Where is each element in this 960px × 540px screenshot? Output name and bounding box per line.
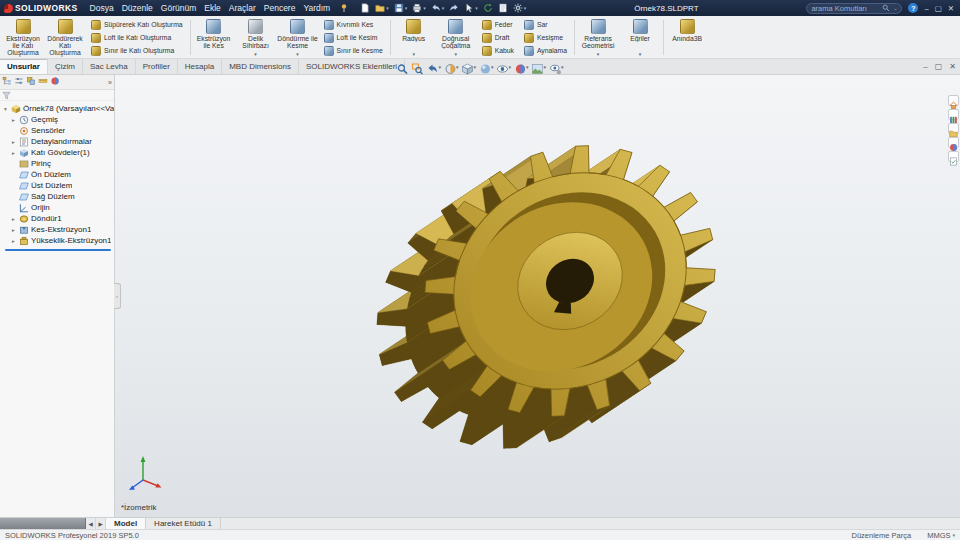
doc-tab-model[interactable]: Model	[106, 518, 146, 529]
ribbon-button-eğriler[interactable]: Eğriler▾	[619, 17, 661, 58]
options-button[interactable]: ▾	[513, 3, 527, 13]
custom-properties-button[interactable]	[948, 151, 959, 162]
ribbon-button-sınır-ile-katı-oluşturma[interactable]: Sınır ile Katı Oluşturma	[89, 45, 185, 57]
tab-scroll-left-button[interactable]: ◀	[86, 518, 96, 529]
ribbon-button-ekstrüzyon-ile-kes[interactable]: Ekstrüzyon ile Kes	[193, 17, 235, 58]
expand-arrow-icon[interactable]: ▸	[10, 117, 17, 123]
ribbon-button-süpürerek-katı-oluşturma[interactable]: Süpürerek Katı Oluşturma	[89, 19, 185, 31]
tab-profiller[interactable]: Profiller	[136, 59, 178, 74]
section-view-button[interactable]: ▾	[443, 60, 460, 74]
tree-item-orijin[interactable]: Orijin	[2, 202, 114, 213]
menu-item-ekle[interactable]: Ekle	[200, 3, 225, 13]
expand-arrow-icon[interactable]: ▸	[10, 139, 17, 145]
tree-item-detaylandırmalar[interactable]: ▸Detaylandırmalar	[2, 136, 114, 147]
dimxpertmanager-tab-button[interactable]	[38, 76, 48, 88]
tab-sac-levha[interactable]: Sac Levha	[83, 59, 136, 74]
ribbon-button-loft-ile-katı-oluşturma[interactable]: Loft ile Katı Oluşturma	[89, 32, 185, 44]
view-settings-button[interactable]: ▾	[548, 60, 565, 74]
tab-scroll-right-button[interactable]: ▶	[96, 518, 106, 529]
ribbon-button-ekstrüzyon-ile-katı-oluşturma[interactable]: Ekstrüzyon ile Katı Oluşturma	[2, 17, 44, 58]
expand-arrow-icon[interactable]: ▸	[10, 238, 17, 244]
hide-show-button[interactable]: ▾	[496, 60, 513, 74]
ribbon-button-referans-geometrisi[interactable]: Referans Geometrisi▾	[577, 17, 619, 58]
doc-restore-button[interactable]: ▢	[935, 62, 943, 71]
display-style-button[interactable]: ▾	[478, 60, 495, 74]
select-button[interactable]: ▾	[464, 3, 478, 13]
tab-çizim[interactable]: Çizim	[48, 59, 83, 74]
tree-item-katı-gövdeler-1[interactable]: ▸Katı Gövdeler(1)	[2, 147, 114, 158]
doc-close-button[interactable]: ✕	[949, 62, 956, 71]
file-explorer-button[interactable]	[948, 123, 959, 134]
displaymanager-tab-button[interactable]	[50, 76, 60, 88]
panel-tabs-overflow-button[interactable]: »	[108, 79, 112, 86]
ribbon-button-doğrusal-çoğaltma[interactable]: Doğrusal Çoğaltma▾	[435, 17, 477, 58]
tree-item-kes-ekstrüzyon1[interactable]: ▸Kes-Ekstrüzyon1	[2, 224, 114, 235]
menu-item-pencere[interactable]: Pencere	[260, 3, 300, 13]
menu-item-görünüm[interactable]: Görünüm	[157, 3, 200, 13]
ribbon-button-delik-sihirbazı[interactable]: Delik Sihirbazı▾	[235, 17, 277, 58]
menu-item-yardım[interactable]: Yardım	[299, 3, 334, 13]
tab-solidworks-eklentileri[interactable]: SOLIDWORKS Eklentileri	[299, 59, 405, 74]
ribbon-button-kıvrımlı-kes[interactable]: Kıvrımlı Kes	[322, 19, 385, 31]
minimize-button[interactable]: –	[924, 4, 928, 13]
ribbon-button-kabuk[interactable]: Kabuk	[480, 45, 516, 57]
tree-item-sağ-düzlem[interactable]: Sağ Düzlem	[2, 191, 114, 202]
zoom-fit-button[interactable]	[395, 60, 409, 74]
pin-menu-icon[interactable]	[339, 3, 349, 13]
ribbon-button-sar[interactable]: Sar	[522, 19, 569, 31]
ribbon-button-draft[interactable]: Draft	[480, 32, 516, 44]
home-button[interactable]	[948, 95, 959, 106]
menu-item-dosya[interactable]: Dosya	[86, 3, 118, 13]
appearances-button[interactable]	[948, 137, 959, 148]
tree-item-ön-düzlem[interactable]: Ön Düzlem	[2, 169, 114, 180]
print-button[interactable]: ▾	[412, 3, 426, 13]
zoom-area-button[interactable]	[410, 60, 424, 74]
previous-view-button[interactable]: ▾	[425, 60, 442, 74]
new-document-button[interactable]	[360, 3, 370, 13]
tree-item-geçmiş[interactable]: ▸Geçmiş	[2, 114, 114, 125]
help-button[interactable]: ?	[908, 3, 918, 13]
tab-unsurlar[interactable]: Unsurlar	[0, 59, 48, 74]
restore-button[interactable]: ▢	[935, 4, 942, 13]
ribbon-button-loft-ile-kesim[interactable]: Loft ile Kesim	[322, 32, 385, 44]
redo-button[interactable]	[449, 3, 459, 13]
ribbon-button-sınır-ile-kesme[interactable]: Sınır ile Kesme	[322, 45, 385, 57]
tab-splitter-handle[interactable]	[0, 518, 86, 529]
command-search-input[interactable]: arama Komutları ⌄	[806, 3, 902, 14]
tree-item-sensörler[interactable]: Sensörler	[2, 125, 114, 136]
search-scope-caret-icon[interactable]: ⌄	[893, 5, 897, 11]
ribbon-button-kesişme[interactable]: Kesişme	[522, 32, 569, 44]
tab-hesapla[interactable]: Hesapla	[178, 59, 222, 74]
ribbon-button-döndürme-ile-kesme[interactable]: Döndürme ile Kesme▾	[277, 17, 319, 58]
tree-item-root[interactable]: ▾ Örnek78 (Varsayılan<<Varsayılan>_Gö...	[2, 103, 114, 114]
view-orientation-button[interactable]: ▾	[460, 60, 477, 74]
rebuild-button[interactable]	[483, 3, 493, 13]
undo-button[interactable]: ▾	[431, 3, 445, 13]
configurationmanager-tab-button[interactable]	[26, 76, 36, 88]
gear-model[interactable]	[115, 75, 960, 517]
graphics-viewport[interactable]: *İzometrik	[115, 75, 960, 517]
units-selector[interactable]: MMGS ▾	[927, 531, 955, 540]
doc-minimize-button[interactable]: –	[923, 62, 927, 71]
tree-item-döndür1[interactable]: ▸Döndür1	[2, 213, 114, 224]
tree-item-üst-düzlem[interactable]: Üst Düzlem	[2, 180, 114, 191]
expand-arrow-icon[interactable]: ▸	[10, 150, 17, 156]
menu-item-düzenle[interactable]: Düzenle	[118, 3, 157, 13]
menu-item-araçlar[interactable]: Araçlar	[225, 3, 260, 13]
tab-mbd-dimensions[interactable]: MBD Dimensions	[222, 59, 299, 74]
tree-item-yükseklik-ekstrüzyon1[interactable]: ▸Yükseklik-Ekstrüzyon1	[2, 235, 114, 246]
propertymanager-tab-button[interactable]	[14, 76, 24, 88]
rollback-bar[interactable]	[5, 249, 111, 251]
ribbon-button-radyus[interactable]: Radyus▾	[393, 17, 435, 58]
apply-scene-button[interactable]: ▾	[531, 60, 548, 74]
ribbon-button-anında3b[interactable]: Anında3B	[666, 17, 708, 58]
edit-appearance-button[interactable]: ▾	[513, 60, 530, 74]
expand-arrow-icon[interactable]: ▾	[2, 106, 9, 112]
expand-arrow-icon[interactable]: ▸	[10, 227, 17, 233]
expand-arrow-icon[interactable]: ▸	[10, 216, 17, 222]
tree-item-pirinç[interactable]: Pirinç	[2, 158, 114, 169]
ribbon-button-feder[interactable]: Feder	[480, 19, 516, 31]
open-document-button[interactable]: ▾	[375, 3, 389, 13]
tree-filter-row[interactable]	[0, 90, 114, 101]
featuremanager-tab-button[interactable]	[2, 76, 12, 88]
